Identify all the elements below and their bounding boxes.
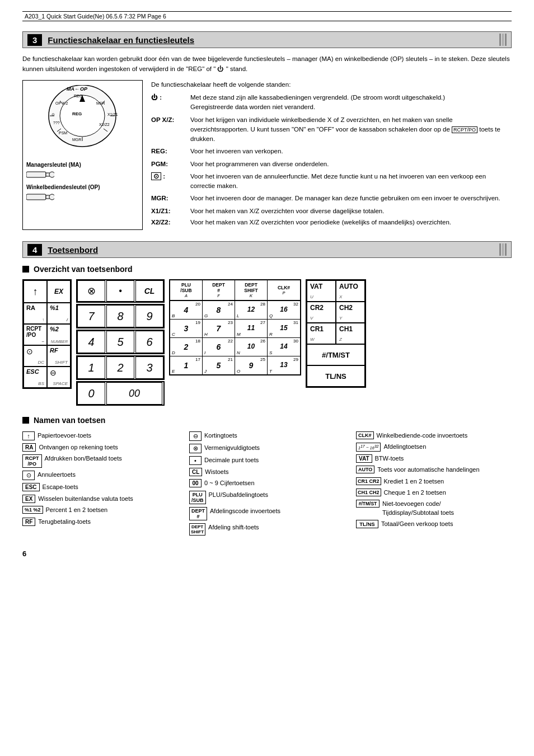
namen-row-ch: CH1 CH2 Cheque 1 en 2 toetsen (356, 489, 512, 497)
namen-row-deptshift: DEPTSHIFT Afdeling shift-toets (189, 523, 345, 536)
key-vat: VATU (307, 280, 336, 302)
key-auto: AUTOX (336, 280, 365, 302)
stand-opxz: OP X/Z: Voor het krijgen van individuele… (151, 115, 512, 144)
namen-key-cl: CL (189, 468, 202, 476)
namen-desc-rcpt: Afdrukken bon/Betaald toets (45, 454, 122, 463)
stand-desc: Voor het programmeren van diverse onderd… (190, 159, 329, 169)
keyboard-layout: ↑ EX RA↑ %1/ RCPT/PO– %2NUMBER ⊙DC RFSHI… (22, 279, 512, 406)
svg-text:REG: REG (72, 111, 82, 116)
namen-key-pct: %1 %2 (22, 506, 43, 514)
key-esc: ESCBS (24, 367, 47, 388)
dept-cell-27: 27 M 11 (235, 320, 268, 337)
namen-key-cr: CR1 CR2 (356, 477, 381, 485)
section4: 4 Toetsenbord Overzicht van toetsenbord … (22, 241, 512, 536)
key-1: 1 (77, 356, 105, 379)
key-2: 2 (106, 356, 134, 379)
namen-row-up: ↑ Papiertoevoer-toets (22, 431, 178, 440)
dial-svg: MA ← OP REG OP X/2 MSR ⊙ X1/Z1 ??? X2/Z2… (26, 85, 138, 158)
namen-key-afd: 117 ~ 1632 (356, 443, 381, 451)
namen-row-tlns: TL/NS Totaal/Geen verkoop toets (356, 520, 512, 528)
section3-stands: De functieschakelaar heeft de volgende s… (151, 80, 512, 230)
namen-row-afd: 117 ~ 1632 Afdelingtoetsen (356, 443, 512, 451)
stand-desc: Voor het maken van X/Z overzichten voor … (190, 218, 451, 227)
namen-row-htmst: #/TM/ST Niet-toevoegen code/Tijddisplay/… (356, 500, 512, 517)
key-dot: • (106, 280, 134, 302)
stand-key: ⏻ : (151, 93, 188, 112)
dept-cell-30: 30 S 14 (268, 338, 300, 356)
dept-cell-26: 26 N 10 (235, 338, 268, 356)
namen-key-plu: PLU/SUB (189, 491, 206, 504)
namen-key-deptshift: DEPTSHIFT (189, 523, 205, 536)
key-pct2: %2NUMBER (47, 324, 71, 345)
key-ex: EX (47, 280, 71, 303)
section4-number: 4 (27, 244, 42, 256)
section3-decoration (499, 34, 507, 46)
stand-annul: ⊙ : Voor het invoeren van de annuleerfun… (151, 172, 512, 191)
stand-key: ⊙ : (151, 172, 188, 191)
namen-key-dot: • (189, 456, 202, 465)
namen-row-dot: • Decimale punt toets (189, 456, 345, 465)
namen-row-ex: EX Wisselen buitenlandse valuta toets (22, 495, 178, 503)
key-cr1: CR1W (307, 323, 336, 344)
section3: 3 Functieschakelaar en functiesleutels D… (22, 31, 512, 230)
namen-row-pct: %1 %2 Percent 1 en 2 toetsen (22, 506, 178, 514)
key-pct1: %1/ (47, 303, 71, 324)
namen-row-plu: PLU/SUB PLU/Subafdelingtoets (189, 491, 345, 504)
namen-row-x: ⊗ Vermenigvuldigtoets (189, 444, 345, 453)
svg-text:MGR: MGR (72, 138, 81, 142)
key-co: ⊙DC (24, 345, 47, 367)
key-ch1: CH1Z (336, 323, 365, 344)
dept-cell-20: 20 B 4 (170, 301, 203, 319)
namen-desc-dept: Afdelingscode invoertoets (210, 507, 280, 515)
stand-desc: Voor het invoeren van de annuleerfunctie… (190, 172, 512, 191)
svg-text:REG: REG (74, 94, 82, 98)
namen-desc-deptshift: Afdeling shift-toets (208, 523, 259, 532)
namen-desc-plu: PLU/Subafdelingtoets (209, 491, 268, 499)
namen-key-00: 00 (189, 479, 202, 487)
stand-x2z2: X2/Z2: Voor het maken van X/Z overzichte… (151, 218, 512, 227)
key-0: 0 (77, 382, 105, 405)
svg-point-27 (49, 172, 54, 177)
header-title: A203_1 Quick Start Guide(Ne) 06.5.6 7:32… (25, 13, 166, 20)
namen-key-tlns: TL/NS (356, 520, 378, 528)
dept-grid: PLU/SUBA DEPT#F DEPTSHIFTK CLK#P 20 B 4 (169, 279, 301, 375)
page-number: 6 (22, 550, 512, 558)
namen-desc-dot: Decimale punt toets (204, 456, 259, 464)
key-7: 7 (77, 305, 105, 327)
stand-key: REG: (151, 147, 188, 156)
op-key-icon (26, 192, 54, 202)
key-tlns: TL/NS (307, 365, 365, 387)
right-key-block: VATU AUTOX CR2V CH2Y CR1W CH1Z #/TM/ST T… (306, 279, 366, 388)
dept-hdr-clk: CLK#P (268, 280, 300, 300)
dept-cell-19: 19 C 3 (170, 320, 203, 337)
header-bar: A203_1 Quick Start Guide(Ne) 06.5.6 7:32… (22, 11, 512, 21)
numpad-area: ⊗ • CL 7 8 9 4 5 6 1 2 3 (76, 279, 165, 406)
dept-cell-31: 31 R 15 (268, 320, 300, 337)
subsection2-title: Namen van toetsen (22, 416, 512, 425)
key-rcpt: RCPT/PO– (24, 324, 47, 345)
namen-desc-tlns: Totaal/Geen verkoop toets (381, 520, 453, 528)
namen-key-rcpt: RCPT/PO (22, 454, 42, 468)
switch-diagram: MA ← OP REG OP X/2 MSR ⊙ X1/Z1 ??? X2/Z2… (22, 80, 143, 230)
key-5: 5 (106, 331, 134, 353)
key-rf: RFSHIFT (47, 345, 71, 367)
dept-hdr-dept: DEPT#F (203, 280, 235, 300)
namen-row-rcpt: RCPT/PO Afdrukken bon/Betaald toets (22, 454, 178, 468)
namen-key-dept: DEPT# (189, 507, 207, 520)
left-key-block: ↑ EX RA↑ %1/ RCPT/PO– %2NUMBER ⊙DC RFSHI… (22, 279, 72, 389)
stand-power: ⏻ : Met deze stand zijn alle kassabedien… (151, 93, 512, 112)
dept-cell-23: 23 H 7 (203, 320, 235, 337)
namen-desc-ra: Ontvangen op rekening toets (39, 443, 118, 452)
svg-text:OP: OP (80, 86, 88, 92)
namen-desc-pct: Percent 1 en 2 toetsen (46, 506, 108, 514)
namen-desc-00: 0 ~ 9 Cijfertoetsen (204, 479, 255, 487)
namen-row-esc: ESC Escape-toets (22, 483, 178, 491)
namen-key-auto: AUTO (356, 466, 374, 473)
op-label: Winkelbediendesleutel (OP) (26, 184, 139, 190)
namen-desc-x: Vermenigvuldigtoets (204, 444, 260, 452)
namen-key-clk: CLK# (356, 431, 374, 439)
namen-key-up: ↑ (22, 431, 35, 440)
key-8: 8 (106, 305, 134, 327)
namen-grid: ↑ Papiertoevoer-toets RA Ontvangen op re… (22, 431, 512, 536)
namen-row-dept: DEPT# Afdelingscode invoertoets (189, 507, 345, 520)
